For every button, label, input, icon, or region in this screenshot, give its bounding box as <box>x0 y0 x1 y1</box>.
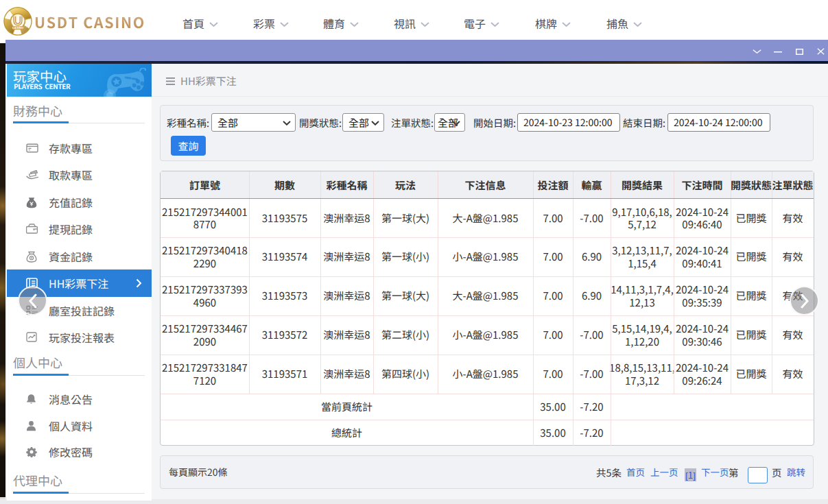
svg-text:CASINO: CASINO <box>12 26 24 29</box>
